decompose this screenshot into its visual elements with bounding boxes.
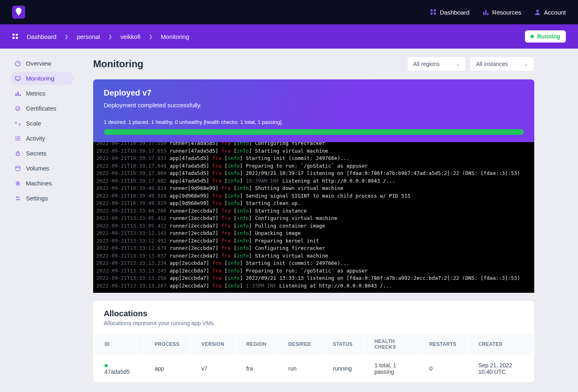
deployment-status: 1 desired, 1 placed, 1 healthy, 0 unheal…	[104, 119, 524, 125]
column-header: STATUS	[322, 334, 363, 355]
sidebar-item-volumes[interactable]: Volumes	[11, 162, 74, 175]
user-icon	[534, 9, 541, 15]
crumb-page[interactable]: Monitoring	[161, 33, 189, 40]
sidebar-item-label: Certificates	[26, 105, 56, 112]
filter-regions[interactable]: All regions ⌄	[407, 57, 466, 71]
svg-rect-4	[483, 12, 484, 15]
log-line: 2022-09-21T13:33:05.412 runner[2eccbda7]…	[93, 215, 534, 222]
svg-rect-6	[487, 13, 488, 15]
list-icon	[15, 135, 21, 142]
chevron-right-icon: ❯	[108, 34, 112, 39]
topnav: Dashboard Resources Account	[430, 9, 566, 16]
cpu-icon	[15, 180, 21, 187]
sidebar-item-label: Activity	[26, 135, 45, 142]
progress-bar	[104, 129, 524, 135]
svg-rect-10	[13, 37, 15, 39]
sliders-icon	[15, 195, 21, 202]
sidebar-item-label: Volumes	[26, 165, 49, 172]
main: Monitoring All regions ⌄ All instances ⌄…	[81, 49, 578, 390]
logo[interactable]	[12, 6, 25, 19]
filter-regions-label: All regions	[413, 61, 439, 67]
column-header: ID	[94, 334, 143, 355]
column-header: PROCESS	[144, 334, 190, 355]
log-line: 2022-09-21T10:39:17.882 app[47ada5d5] fr…	[93, 177, 534, 185]
log-line: 2022-09-21T10:39:17.848 app[47ada5d5] fr…	[93, 162, 534, 170]
allocations-card: Allocations Allocations represent your r…	[93, 301, 534, 382]
nav-dashboard-label: Dashboard	[440, 9, 469, 16]
log-line: 2022-09-21T13:33:13.234 app[2eccbda7] fr…	[93, 260, 534, 267]
svg-rect-2	[431, 13, 433, 15]
nav-resources[interactable]: Resources	[482, 9, 521, 16]
svg-point-20	[15, 140, 16, 141]
filter-instances[interactable]: All instances ⌄	[470, 57, 534, 71]
sidebar-item-label: Monitoring	[26, 75, 54, 82]
status-dot-icon	[105, 364, 108, 367]
sidebar-item-label: Machines	[26, 180, 52, 187]
grid-icon	[430, 9, 437, 15]
column-header: DESIRED	[278, 334, 322, 355]
svg-point-7	[536, 10, 539, 12]
column-header: RESTARTS	[419, 334, 467, 355]
sidebar-item-machines[interactable]: Machines	[11, 177, 74, 190]
bars-icon	[482, 9, 489, 15]
deployment-card: Deployed v7 Deployment completed success…	[93, 79, 534, 142]
table-header-row: IDPROCESSVERSIONREGIONDESIREDSTATUSHEALT…	[94, 334, 533, 355]
log-line: 2022-09-21T13:33:13.245 app[2eccbda7] fr…	[93, 267, 534, 275]
log-line: 2022-09-21T13:33:13.287 app[2eccbda7] fr…	[93, 282, 534, 290]
badge-icon	[15, 105, 21, 112]
monitor-icon	[15, 75, 21, 82]
log-line: 2022-09-21T10:39:49.929 app[9d968e99] fr…	[93, 200, 534, 207]
sidebar-item-label: Overview	[26, 60, 51, 67]
sidebar-item-label: Metrics	[26, 90, 45, 97]
column-header: REGION	[236, 334, 277, 355]
column-header: HEALTH CHECKS	[364, 334, 418, 355]
scale-icon	[15, 120, 21, 127]
nav-dashboard[interactable]: Dashboard	[430, 9, 469, 16]
disk-icon	[15, 165, 21, 172]
chart-icon	[15, 90, 21, 97]
nav-account-label: Account	[544, 9, 566, 16]
sidebar-item-label: Secrets	[26, 150, 47, 157]
sidebar-item-label: Scale	[26, 120, 41, 127]
chevron-right-icon: ❯	[149, 34, 153, 39]
sidebar-item-metrics[interactable]: Metrics	[11, 87, 74, 100]
allocations-subtitle: Allocations represent your running app V…	[104, 320, 524, 326]
sidebar-item-monitoring[interactable]: Monitoring	[11, 72, 74, 85]
svg-rect-0	[431, 9, 433, 11]
svg-rect-3	[434, 13, 436, 15]
crumb-app[interactable]: veikkofi	[120, 33, 141, 40]
deployment-subtitle: Deployment completed successfully.	[104, 102, 524, 109]
nav-account[interactable]: Account	[534, 9, 566, 16]
sidebar-item-activity[interactable]: Activity	[11, 132, 74, 145]
svg-rect-21	[16, 153, 19, 156]
log-line: 2022-09-21T13:33:12.879 runner[2eccbda7]…	[93, 245, 534, 252]
crumb-dashboard[interactable]: Dashboard	[27, 33, 56, 40]
svg-point-22	[16, 166, 20, 168]
log-line: 2022-09-21T10:39:49.928 app[9d968e99] fr…	[93, 192, 534, 200]
lock-icon	[15, 150, 21, 157]
log-terminal[interactable]: 2022-09-21T10:39:17.550 runner[47ada5d5]…	[93, 142, 534, 293]
svg-rect-16	[19, 94, 21, 96]
crumb-personal[interactable]: personal	[77, 33, 100, 40]
log-line: 2022-09-21T13:33:13.256 app[2eccbda7] fr…	[93, 275, 534, 282]
sidebar-item-secrets[interactable]: Secrets	[11, 147, 74, 160]
allocations-table: IDPROCESSVERSIONREGIONDESIREDSTATUSHEALT…	[93, 333, 534, 382]
sidebar-item-certificates[interactable]: Certificates	[11, 102, 74, 115]
svg-rect-11	[16, 37, 18, 39]
svg-point-18	[15, 136, 16, 137]
svg-point-19	[15, 138, 16, 139]
table-row[interactable]: 47ada5d5appv7frarunrunning1 total, 1 pas…	[94, 356, 533, 381]
status-badge-label: Running	[537, 33, 560, 40]
svg-rect-9	[16, 34, 18, 36]
svg-rect-14	[15, 94, 17, 96]
sidebar-item-scale[interactable]: Scale	[11, 117, 74, 130]
chevron-down-icon: ⌄	[456, 61, 460, 67]
column-header: VERSION	[191, 334, 235, 355]
chevron-right-icon: ❯	[64, 34, 68, 39]
sidebar-item-overview[interactable]: Overview	[11, 57, 74, 70]
sidebar-item-settings[interactable]: Settings	[11, 192, 74, 205]
svg-rect-24	[17, 183, 19, 184]
svg-rect-8	[13, 34, 15, 36]
log-line: 2022-09-21T13:33:05.412 runner[2eccbda7]…	[93, 222, 534, 230]
status-badge: Running	[525, 30, 566, 43]
